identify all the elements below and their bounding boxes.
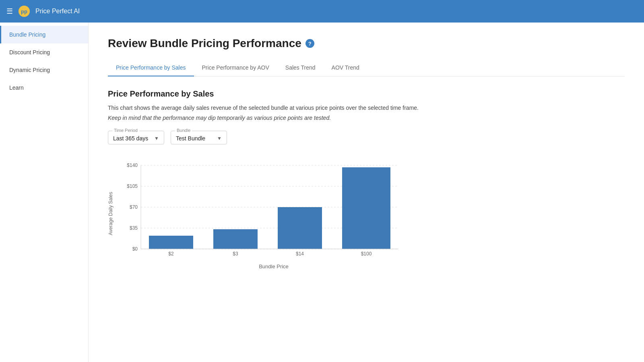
sidebar-item-bundle-pricing[interactable]: Bundle Pricing [0,26,88,43]
chart-wrapper: Average Daily Sales $140 $105 $70 $35 $0 [108,157,625,269]
svg-text:$2: $2 [168,251,174,257]
svg-text:$105: $105 [127,183,138,189]
main-content: Review Bundle Pricing Performance ? Pric… [89,23,644,362]
time-period-filter[interactable]: Time Period Last 365 days ▼ [108,131,164,144]
bar-100 [342,167,390,249]
tab-aov-trend[interactable]: AOV Trend [324,60,367,76]
sidebar-item-discount-pricing[interactable]: Discount Pricing [0,43,88,61]
sidebar-item-dynamic-pricing[interactable]: Dynamic Pricing [0,61,88,79]
svg-text:$3: $3 [233,251,238,257]
section-title: Price Performance by Sales [108,89,625,99]
tab-price-performance-sales[interactable]: Price Performance by Sales [108,60,194,76]
bundle-filter[interactable]: Bundle Test Bundle ▼ [171,131,227,144]
bar-14 [278,207,322,249]
tab-sales-trend[interactable]: Sales Trend [277,60,324,76]
svg-text:pp: pp [21,8,27,14]
app-title: Price Perfect AI [35,8,80,15]
time-period-value[interactable]: Last 365 days ▼ [113,134,159,142]
bundle-value[interactable]: Test Bundle ▼ [176,134,222,142]
section-description: This chart shows the average daily sales… [108,103,625,112]
time-period-arrow-icon: ▼ [154,136,159,141]
chart-svg: $140 $105 $70 $35 $0 $2 $3 $14 [117,157,415,262]
page-title: Review Bundle Pricing Performance ? [108,37,625,50]
app-header: ☰ pp Price Perfect AI [0,0,644,23]
time-period-label: Time Period [112,128,139,133]
help-icon[interactable]: ? [305,39,314,48]
app-logo: pp [18,5,31,18]
sidebar: Bundle Pricing Discount Pricing Dynamic … [0,23,89,362]
svg-text:$100: $100 [361,251,372,257]
bundle-arrow-icon: ▼ [217,136,222,141]
bar-3 [213,229,258,249]
bar-2 [149,236,193,249]
bundle-label: Bundle [175,128,192,133]
main-layout: Bundle Pricing Discount Pricing Dynamic … [0,23,644,362]
svg-text:$0: $0 [132,246,138,252]
section-note: Keep in mind that the performance may di… [108,115,625,121]
y-axis-label: Average Daily Sales [108,192,114,235]
tab-price-performance-aov[interactable]: Price Performance by AOV [194,60,277,76]
svg-text:$140: $140 [127,162,138,168]
svg-text:$14: $14 [296,251,304,257]
svg-text:$70: $70 [130,204,138,210]
sidebar-item-learn[interactable]: Learn [0,79,88,97]
chart-area: $140 $105 $70 $35 $0 $2 $3 $14 [117,157,431,269]
filters: Time Period Last 365 days ▼ Bundle Test … [108,131,625,144]
x-axis-label: Bundle Price [117,263,431,269]
tab-bar: Price Performance by Sales Price Perform… [108,60,625,76]
svg-text:$35: $35 [130,225,138,231]
menu-icon[interactable]: ☰ [6,7,13,16]
